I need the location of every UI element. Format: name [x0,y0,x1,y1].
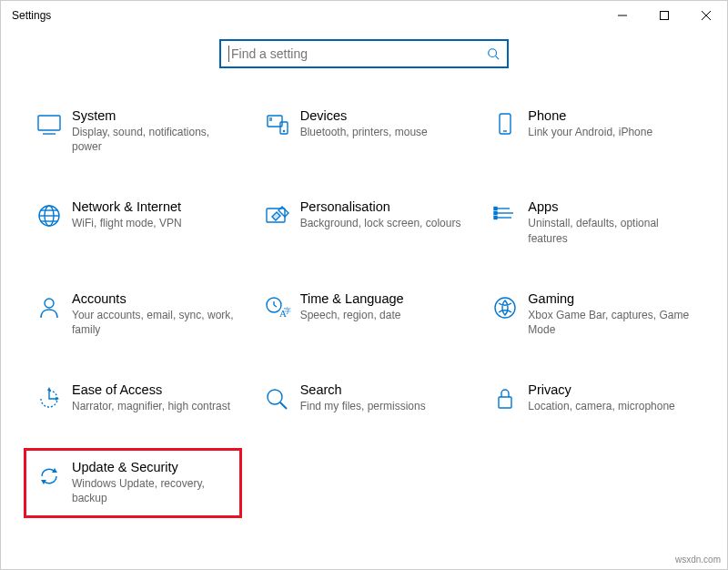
item-title: Devices [300,108,428,123]
lock-icon [486,382,524,415]
window-title: Settings [12,9,51,22]
item-desc: Windows Update, recovery, backup [72,476,228,505]
item-desc: Display, sound, notifications, power [72,125,235,154]
item-title: Personalisation [300,199,461,214]
svg-line-5 [496,56,500,60]
item-title: System [72,108,235,123]
item-desc: Narrator, magnifier, high contrast [72,399,230,413]
settings-item-system[interactable]: System Display, sound, notifications, po… [26,105,246,158]
svg-point-10 [283,131,284,132]
maximize-icon [660,11,669,20]
gaming-icon [486,291,524,324]
svg-point-27 [45,299,54,308]
settings-item-personalisation[interactable]: Personalisation Background, lock screen,… [255,196,474,249]
settings-grid: System Display, sound, notifications, po… [1,105,727,419]
apps-icon [486,199,524,232]
item-title: Phone [528,108,652,123]
close-button[interactable] [685,1,727,30]
settings-item-time-language[interactable]: A字 Time & Language Speech, region, date [255,288,474,341]
globe-icon [30,199,68,232]
settings-item-privacy[interactable]: Privacy Location, camera, microphone [482,379,702,419]
settings-item-ease-of-access[interactable]: Ease of Access Narrator, magnifier, high… [26,379,246,419]
svg-rect-24 [494,208,497,210]
item-title: Network & Internet [72,199,182,214]
search-box[interactable] [219,39,509,68]
minimize-button[interactable] [602,1,643,30]
settings-grid-last-row: Update & Security Windows Update, recove… [1,448,727,517]
svg-text:字: 字 [284,307,291,315]
svg-rect-26 [494,217,497,219]
svg-rect-1 [661,12,669,20]
item-title: Privacy [528,382,674,397]
person-icon [30,291,68,324]
text-cursor [228,46,229,62]
item-desc: Find my files, permissions [300,399,426,413]
maximize-button[interactable] [643,1,685,30]
svg-line-30 [274,305,277,307]
update-icon [30,460,68,493]
settings-item-phone[interactable]: Phone Link your Android, iPhone [482,105,702,158]
ease-of-access-icon [30,382,68,415]
item-title: Update & Security [72,460,228,474]
phone-icon [486,108,524,141]
item-desc: Uninstall, defaults, optional features [528,216,691,245]
item-desc: WiFi, flight mode, VPN [72,216,182,230]
item-title: Search [300,382,426,397]
settings-item-search[interactable]: Search Find my files, permissions [255,379,474,419]
system-icon [30,108,68,141]
item-title: Time & Language [300,291,404,306]
settings-item-update-security[interactable]: Update & Security Windows Update, recove… [24,448,242,517]
titlebar: Settings [1,1,727,30]
settings-item-devices[interactable]: Devices Bluetooth, printers, mouse [255,105,474,158]
titlebar-controls [602,1,727,30]
search-icon [487,47,500,60]
svg-rect-39 [499,397,511,408]
item-title: Apps [528,199,691,214]
watermark: wsxdn.com [672,554,723,565]
item-desc: Background, lock screen, colours [300,216,461,230]
item-desc: Link your Android, iPhone [528,125,652,139]
svg-point-4 [489,49,497,57]
search-input[interactable] [231,46,487,61]
settings-item-gaming[interactable]: Gaming Xbox Game Bar, captures, Game Mod… [482,288,702,341]
settings-item-network[interactable]: Network & Internet WiFi, flight mode, VP… [26,196,246,249]
item-desc: Xbox Game Bar, captures, Game Mode [528,308,691,337]
time-language-icon: A字 [258,291,297,324]
search-container [1,39,727,68]
item-title: Accounts [72,291,235,306]
magnifier-icon [258,382,297,415]
minimize-icon [618,11,627,20]
item-desc: Location, camera, microphone [528,399,674,413]
paintbrush-icon [258,199,297,232]
settings-item-accounts[interactable]: Accounts Your accounts, email, sync, wor… [26,288,246,341]
item-desc: Speech, region, date [300,308,404,322]
close-icon [702,11,711,20]
svg-rect-25 [494,212,497,215]
item-title: Ease of Access [72,382,230,397]
svg-line-38 [280,402,287,409]
svg-marker-36 [47,387,51,391]
item-desc: Bluetooth, printers, mouse [300,125,428,139]
svg-point-37 [268,390,282,404]
settings-item-apps[interactable]: Apps Uninstall, defaults, optional featu… [482,196,702,249]
item-title: Gaming [528,291,691,306]
devices-icon [258,108,297,141]
svg-rect-6 [38,116,60,130]
item-desc: Your accounts, email, sync, work, family [72,308,235,337]
